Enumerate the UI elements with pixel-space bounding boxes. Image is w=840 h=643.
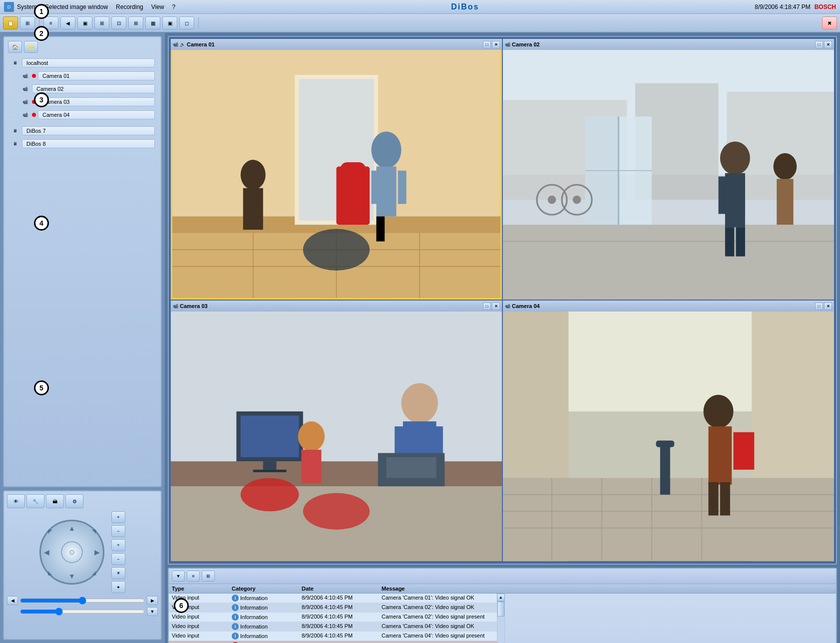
svg-point-13 — [372, 131, 402, 168]
toolbar-btn-custom3[interactable]: ◻ — [179, 16, 194, 29]
toolbar-btn-custom1[interactable]: ▦ — [145, 16, 160, 29]
ptz-focus-far[interactable]: + — [111, 539, 125, 551]
ptz-iris-close[interactable]: ● — [111, 581, 125, 593]
cam04-btn-close[interactable]: ✕ — [824, 303, 832, 310]
log-btn-list[interactable]: ≡ — [187, 571, 200, 582]
ptz-slider-1[interactable] — [20, 597, 145, 604]
ptz-arrow-downleft[interactable]: ◣ — [48, 570, 52, 576]
toolbar-btn-quad[interactable]: ⊞ — [94, 16, 109, 29]
ptz-arrow-left[interactable]: ◀ — [44, 548, 49, 556]
ptz-slider-2[interactable] — [20, 608, 145, 615]
log-category-3: i Information — [232, 623, 302, 630]
svg-rect-49 — [241, 416, 299, 457]
ptz-arrow-down[interactable]: ▼ — [68, 572, 75, 580]
cam01-frame — [171, 39, 502, 300]
ptz-arrow-up[interactable]: ▲ — [68, 524, 75, 532]
scroll-thumb[interactable] — [497, 602, 504, 617]
ptz-btn-config[interactable]: ⚙ — [65, 494, 83, 508]
toolbar-btn-archive[interactable]: 📋 — [3, 16, 18, 29]
cam02-btn-close[interactable]: ✕ — [824, 41, 832, 48]
svg-point-76 — [704, 395, 734, 428]
ptz-center-btn[interactable]: ⊙ — [61, 541, 83, 563]
toolbar-btn-back[interactable]: ◀ — [60, 16, 75, 29]
toolbar-btn-custom2[interactable]: ▣ — [162, 16, 177, 29]
ptz-zoom-out[interactable]: − — [111, 525, 125, 537]
cam04-btn-minimize[interactable]: □ — [815, 303, 823, 310]
log-date-0: 8/9/2006 4:10:45 PM — [302, 595, 382, 602]
left-panel: 🏠 ⭐ 🖥 localhost 📹 Camera 01 📹 Camera 02 — [0, 33, 165, 643]
tree-btn-home[interactable]: 🏠 — [8, 41, 22, 53]
menu-recording[interactable]: Recording — [116, 3, 143, 10]
menu-system[interactable]: System — [17, 3, 37, 10]
tree-btn-star[interactable]: ⭐ — [24, 41, 38, 53]
ptz-arrow-right[interactable]: ▶ — [94, 548, 100, 556]
bosch-logo: BOSCH — [815, 3, 836, 10]
video-grid: 📹 🔊 Camera 01 □ ✕ — [168, 36, 837, 565]
toolbar-btn-single[interactable]: ▣ — [77, 16, 92, 29]
scroll-up-btn[interactable]: ▲ — [497, 594, 505, 602]
ptz-focus-near[interactable]: − — [111, 553, 125, 565]
log-header: Type Category Date Message — [169, 584, 836, 594]
ptz-arrow-downright[interactable]: ◢ — [92, 570, 96, 576]
monitor-icon: 🖥 — [10, 59, 20, 67]
info-icon: i — [232, 595, 239, 602]
toolbar-btn-list[interactable]: ≡ — [43, 16, 58, 29]
tree-item-dibos7[interactable]: 🖥 DiBos 7 — [8, 125, 157, 137]
toolbar-btn-grid[interactable]: ⊞ — [20, 16, 35, 29]
tree-item-cam03[interactable]: 📹 Camera 03 — [18, 96, 157, 108]
menu-view[interactable]: View — [151, 3, 164, 10]
tree-item-localhost[interactable]: 🖥 localhost — [8, 57, 157, 69]
tree-item-cam04[interactable]: 📹 Camera 04 — [18, 109, 157, 121]
ptz-btn-preset[interactable]: 🏔 — [46, 494, 64, 508]
log-btn-grid[interactable]: ⊞ — [202, 571, 215, 582]
log-message-3: Camera 'Camera 04': Video signal OK — [382, 623, 494, 630]
log-btn-filter[interactable]: ▼ — [172, 571, 185, 582]
svg-rect-51 — [253, 470, 287, 472]
info-icon: i — [232, 604, 239, 611]
video-cell-cam02: 📹 Camera 02 □ ✕ — [503, 39, 834, 300]
title-bar: D System Selected image window Recording… — [0, 0, 840, 14]
tree-item-cam01[interactable]: 📹 Camera 01 — [18, 70, 157, 82]
toolbar-btn-sixteen[interactable]: ⊞ — [128, 16, 143, 29]
cam03-title: Camera 03 — [180, 303, 208, 309]
svg-rect-11 — [337, 166, 370, 225]
svg-rect-46 — [171, 461, 502, 486]
video-cell-cam03: 📹 Camera 03 □ ✕ — [171, 301, 502, 561]
cam01-btn-minimize[interactable]: □ — [483, 41, 491, 48]
cam02-btn-minimize[interactable]: □ — [815, 41, 823, 48]
video-cell-cam01: 📹 🔊 Camera 01 □ ✕ — [171, 39, 502, 300]
ptz-btn-settings[interactable]: 🔧 — [26, 494, 44, 508]
toolbar-btn-nine[interactable]: ⊡ — [111, 16, 126, 29]
ptz-btn-camera[interactable]: 👁 — [7, 494, 25, 508]
tree-item-dibos8[interactable]: 🖥 DiBos 8 — [8, 138, 157, 150]
cam03-frame — [171, 301, 502, 561]
log-category-2: i Information — [232, 614, 302, 621]
toolbar-separator-1 — [39, 17, 39, 28]
ptz-iris-open[interactable]: ☀ — [111, 567, 125, 579]
info-icon: i — [232, 614, 239, 621]
ptz-joystick[interactable]: ▲ ▼ ◀ ▶ ◤ ◥ ◣ ◢ ⊙ — [39, 520, 104, 585]
toolbar-btn-close[interactable]: ✖ — [822, 16, 837, 29]
svg-point-20 — [303, 229, 370, 271]
cam01-controls: □ ✕ — [483, 41, 500, 48]
svg-point-56 — [298, 421, 325, 451]
ptz-slider-btn-left-1[interactable]: ◀ — [7, 596, 18, 605]
log-panel: ▼ ≡ ⊞ Type Category Date Message Video i… — [168, 568, 837, 643]
svg-rect-16 — [398, 171, 407, 204]
log-scrollbar[interactable]: ▲ ▼ — [497, 594, 505, 643]
cam03-btn-minimize[interactable]: □ — [483, 303, 491, 310]
menu-help[interactable]: ? — [172, 3, 176, 10]
video-cell-cam04: 📹 Camera 04 □ ✕ — [503, 301, 834, 561]
ptz-arrow-upright[interactable]: ◥ — [92, 528, 96, 535]
ptz-slider-btn-right-2[interactable]: ▼ — [147, 607, 158, 616]
cam01-btn-close[interactable]: ✕ — [492, 41, 500, 48]
ptz-arrow-upleft[interactable]: ◤ — [48, 528, 52, 535]
cam03-btn-close[interactable]: ✕ — [492, 303, 500, 310]
log-row-2: Video input i Information 8/9/2006 4:10:… — [169, 613, 497, 622]
ptz-zoom-in[interactable]: + — [111, 511, 125, 523]
camera-icon-cam04: 📹 — [20, 111, 30, 119]
menu-selected-image[interactable]: Selected image window — [45, 3, 108, 10]
tree-label-cam02: Camera 02 — [32, 84, 155, 93]
ptz-slider-btn-right-1[interactable]: ▶ — [147, 596, 158, 605]
tree-item-cam02[interactable]: 📹 Camera 02 — [18, 83, 157, 95]
